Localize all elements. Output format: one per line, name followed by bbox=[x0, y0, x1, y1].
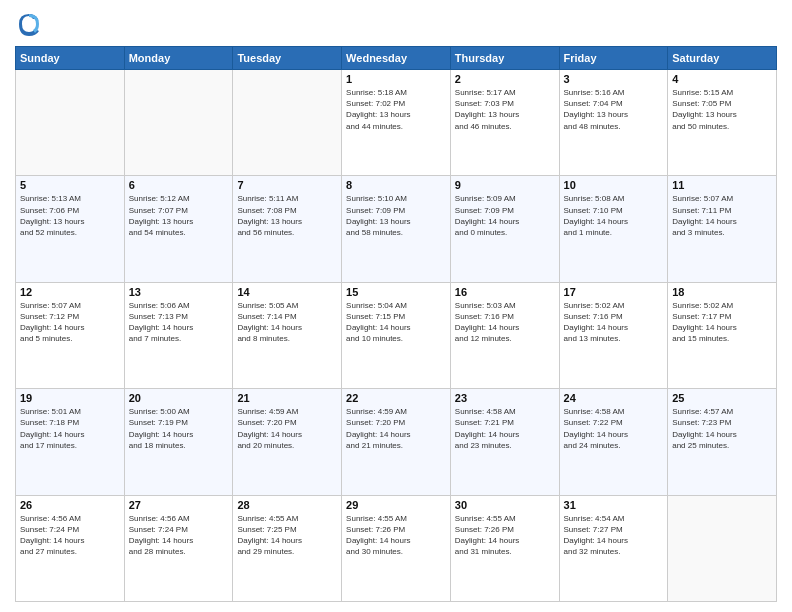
day-number: 4 bbox=[672, 73, 772, 85]
day-cell: 8Sunrise: 5:10 AM Sunset: 7:09 PM Daylig… bbox=[342, 176, 451, 282]
day-info: Sunrise: 5:09 AM Sunset: 7:09 PM Dayligh… bbox=[455, 193, 555, 238]
day-number: 16 bbox=[455, 286, 555, 298]
day-number: 25 bbox=[672, 392, 772, 404]
day-number: 19 bbox=[20, 392, 120, 404]
day-info: Sunrise: 4:56 AM Sunset: 7:24 PM Dayligh… bbox=[129, 513, 229, 558]
day-info: Sunrise: 5:12 AM Sunset: 7:07 PM Dayligh… bbox=[129, 193, 229, 238]
logo-icon bbox=[15, 10, 43, 38]
day-cell: 21Sunrise: 4:59 AM Sunset: 7:20 PM Dayli… bbox=[233, 389, 342, 495]
day-info: Sunrise: 5:00 AM Sunset: 7:19 PM Dayligh… bbox=[129, 406, 229, 451]
day-info: Sunrise: 4:59 AM Sunset: 7:20 PM Dayligh… bbox=[346, 406, 446, 451]
day-info: Sunrise: 5:02 AM Sunset: 7:17 PM Dayligh… bbox=[672, 300, 772, 345]
day-cell: 30Sunrise: 4:55 AM Sunset: 7:26 PM Dayli… bbox=[450, 495, 559, 601]
page: SundayMondayTuesdayWednesdayThursdayFrid… bbox=[0, 0, 792, 612]
day-info: Sunrise: 5:10 AM Sunset: 7:09 PM Dayligh… bbox=[346, 193, 446, 238]
day-cell: 26Sunrise: 4:56 AM Sunset: 7:24 PM Dayli… bbox=[16, 495, 125, 601]
day-cell: 29Sunrise: 4:55 AM Sunset: 7:26 PM Dayli… bbox=[342, 495, 451, 601]
day-number: 27 bbox=[129, 499, 229, 511]
weekday-header-monday: Monday bbox=[124, 47, 233, 70]
weekday-header-saturday: Saturday bbox=[668, 47, 777, 70]
day-number: 28 bbox=[237, 499, 337, 511]
day-cell: 28Sunrise: 4:55 AM Sunset: 7:25 PM Dayli… bbox=[233, 495, 342, 601]
day-number: 21 bbox=[237, 392, 337, 404]
day-info: Sunrise: 4:58 AM Sunset: 7:22 PM Dayligh… bbox=[564, 406, 664, 451]
day-number: 22 bbox=[346, 392, 446, 404]
day-number: 30 bbox=[455, 499, 555, 511]
day-info: Sunrise: 4:55 AM Sunset: 7:25 PM Dayligh… bbox=[237, 513, 337, 558]
day-number: 15 bbox=[346, 286, 446, 298]
day-info: Sunrise: 4:59 AM Sunset: 7:20 PM Dayligh… bbox=[237, 406, 337, 451]
day-info: Sunrise: 5:03 AM Sunset: 7:16 PM Dayligh… bbox=[455, 300, 555, 345]
day-cell: 1Sunrise: 5:18 AM Sunset: 7:02 PM Daylig… bbox=[342, 70, 451, 176]
day-number: 3 bbox=[564, 73, 664, 85]
day-info: Sunrise: 4:54 AM Sunset: 7:27 PM Dayligh… bbox=[564, 513, 664, 558]
day-info: Sunrise: 5:15 AM Sunset: 7:05 PM Dayligh… bbox=[672, 87, 772, 132]
week-row-3: 12Sunrise: 5:07 AM Sunset: 7:12 PM Dayli… bbox=[16, 282, 777, 388]
day-cell bbox=[124, 70, 233, 176]
day-info: Sunrise: 5:04 AM Sunset: 7:15 PM Dayligh… bbox=[346, 300, 446, 345]
day-info: Sunrise: 4:55 AM Sunset: 7:26 PM Dayligh… bbox=[455, 513, 555, 558]
day-number: 17 bbox=[564, 286, 664, 298]
header bbox=[15, 10, 777, 38]
day-cell: 10Sunrise: 5:08 AM Sunset: 7:10 PM Dayli… bbox=[559, 176, 668, 282]
day-number: 9 bbox=[455, 179, 555, 191]
day-cell: 3Sunrise: 5:16 AM Sunset: 7:04 PM Daylig… bbox=[559, 70, 668, 176]
week-row-1: 1Sunrise: 5:18 AM Sunset: 7:02 PM Daylig… bbox=[16, 70, 777, 176]
day-cell: 7Sunrise: 5:11 AM Sunset: 7:08 PM Daylig… bbox=[233, 176, 342, 282]
day-info: Sunrise: 5:11 AM Sunset: 7:08 PM Dayligh… bbox=[237, 193, 337, 238]
weekday-header-friday: Friday bbox=[559, 47, 668, 70]
day-info: Sunrise: 4:56 AM Sunset: 7:24 PM Dayligh… bbox=[20, 513, 120, 558]
day-number: 5 bbox=[20, 179, 120, 191]
calendar: SundayMondayTuesdayWednesdayThursdayFrid… bbox=[15, 46, 777, 602]
day-cell: 2Sunrise: 5:17 AM Sunset: 7:03 PM Daylig… bbox=[450, 70, 559, 176]
day-number: 1 bbox=[346, 73, 446, 85]
day-number: 11 bbox=[672, 179, 772, 191]
day-cell: 27Sunrise: 4:56 AM Sunset: 7:24 PM Dayli… bbox=[124, 495, 233, 601]
day-number: 20 bbox=[129, 392, 229, 404]
day-number: 24 bbox=[564, 392, 664, 404]
day-number: 26 bbox=[20, 499, 120, 511]
day-info: Sunrise: 5:06 AM Sunset: 7:13 PM Dayligh… bbox=[129, 300, 229, 345]
day-cell: 14Sunrise: 5:05 AM Sunset: 7:14 PM Dayli… bbox=[233, 282, 342, 388]
day-cell: 24Sunrise: 4:58 AM Sunset: 7:22 PM Dayli… bbox=[559, 389, 668, 495]
day-info: Sunrise: 5:05 AM Sunset: 7:14 PM Dayligh… bbox=[237, 300, 337, 345]
day-cell: 18Sunrise: 5:02 AM Sunset: 7:17 PM Dayli… bbox=[668, 282, 777, 388]
day-number: 2 bbox=[455, 73, 555, 85]
day-info: Sunrise: 5:17 AM Sunset: 7:03 PM Dayligh… bbox=[455, 87, 555, 132]
day-info: Sunrise: 5:01 AM Sunset: 7:18 PM Dayligh… bbox=[20, 406, 120, 451]
weekday-header-row: SundayMondayTuesdayWednesdayThursdayFrid… bbox=[16, 47, 777, 70]
day-cell: 4Sunrise: 5:15 AM Sunset: 7:05 PM Daylig… bbox=[668, 70, 777, 176]
day-number: 14 bbox=[237, 286, 337, 298]
day-info: Sunrise: 4:57 AM Sunset: 7:23 PM Dayligh… bbox=[672, 406, 772, 451]
day-number: 8 bbox=[346, 179, 446, 191]
day-cell: 15Sunrise: 5:04 AM Sunset: 7:15 PM Dayli… bbox=[342, 282, 451, 388]
week-row-5: 26Sunrise: 4:56 AM Sunset: 7:24 PM Dayli… bbox=[16, 495, 777, 601]
day-info: Sunrise: 4:55 AM Sunset: 7:26 PM Dayligh… bbox=[346, 513, 446, 558]
weekday-header-sunday: Sunday bbox=[16, 47, 125, 70]
day-cell: 6Sunrise: 5:12 AM Sunset: 7:07 PM Daylig… bbox=[124, 176, 233, 282]
week-row-4: 19Sunrise: 5:01 AM Sunset: 7:18 PM Dayli… bbox=[16, 389, 777, 495]
day-cell: 11Sunrise: 5:07 AM Sunset: 7:11 PM Dayli… bbox=[668, 176, 777, 282]
day-number: 13 bbox=[129, 286, 229, 298]
week-row-2: 5Sunrise: 5:13 AM Sunset: 7:06 PM Daylig… bbox=[16, 176, 777, 282]
day-info: Sunrise: 4:58 AM Sunset: 7:21 PM Dayligh… bbox=[455, 406, 555, 451]
day-number: 18 bbox=[672, 286, 772, 298]
day-cell: 13Sunrise: 5:06 AM Sunset: 7:13 PM Dayli… bbox=[124, 282, 233, 388]
day-info: Sunrise: 5:08 AM Sunset: 7:10 PM Dayligh… bbox=[564, 193, 664, 238]
day-cell: 5Sunrise: 5:13 AM Sunset: 7:06 PM Daylig… bbox=[16, 176, 125, 282]
day-info: Sunrise: 5:02 AM Sunset: 7:16 PM Dayligh… bbox=[564, 300, 664, 345]
day-number: 10 bbox=[564, 179, 664, 191]
day-cell: 16Sunrise: 5:03 AM Sunset: 7:16 PM Dayli… bbox=[450, 282, 559, 388]
logo bbox=[15, 10, 47, 38]
day-number: 7 bbox=[237, 179, 337, 191]
day-cell: 23Sunrise: 4:58 AM Sunset: 7:21 PM Dayli… bbox=[450, 389, 559, 495]
day-cell: 9Sunrise: 5:09 AM Sunset: 7:09 PM Daylig… bbox=[450, 176, 559, 282]
day-cell: 22Sunrise: 4:59 AM Sunset: 7:20 PM Dayli… bbox=[342, 389, 451, 495]
day-info: Sunrise: 5:18 AM Sunset: 7:02 PM Dayligh… bbox=[346, 87, 446, 132]
day-cell: 19Sunrise: 5:01 AM Sunset: 7:18 PM Dayli… bbox=[16, 389, 125, 495]
day-cell bbox=[16, 70, 125, 176]
day-number: 29 bbox=[346, 499, 446, 511]
day-cell: 31Sunrise: 4:54 AM Sunset: 7:27 PM Dayli… bbox=[559, 495, 668, 601]
day-info: Sunrise: 5:07 AM Sunset: 7:11 PM Dayligh… bbox=[672, 193, 772, 238]
day-cell: 17Sunrise: 5:02 AM Sunset: 7:16 PM Dayli… bbox=[559, 282, 668, 388]
